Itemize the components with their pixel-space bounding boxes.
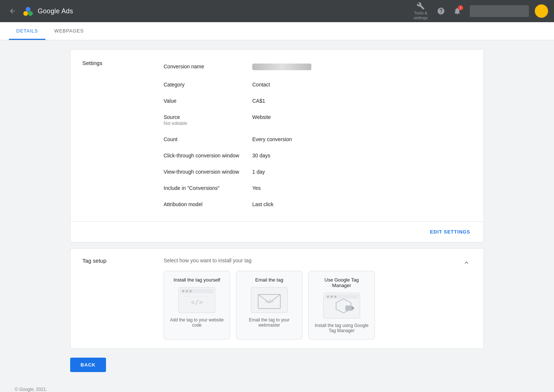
notifications-wrapper: !	[451, 4, 464, 18]
field-row-conversion-name: Conversion name	[164, 58, 472, 76]
tag-setup-header: Tag setup Select how you want to install…	[71, 249, 483, 348]
click-through-value: 30 days	[252, 153, 472, 158]
gtm-icon	[323, 293, 360, 318]
attribution-value: Last click	[252, 201, 472, 207]
notification-badge: !	[458, 5, 463, 10]
settings-card-footer: EDIT SETTINGS	[71, 221, 483, 242]
svg-rect-14	[325, 294, 358, 299]
svg-point-6	[186, 290, 188, 292]
app-logo: Google Ads	[22, 5, 73, 17]
attribution-label: Attribution model	[164, 201, 252, 207]
gtm-desc: Install the tag using Google Tag Manager	[315, 323, 369, 333]
tag-setup-content: Select how you want to install your tag …	[164, 258, 461, 340]
user-avatar[interactable]	[535, 4, 548, 18]
tag-setup-title: Tag setup	[82, 258, 164, 264]
settings-section-title: Settings	[82, 58, 164, 212]
svg-rect-4	[180, 289, 213, 293]
tag-option-email[interactable]: Email the tag </> Email the tag	[236, 271, 302, 340]
field-row-value: Value CA$1	[164, 93, 472, 109]
settings-card: Settings Conversion name Category Contac…	[70, 49, 484, 242]
svg-point-2	[26, 7, 31, 12]
tools-settings-label: Tools & settings	[414, 11, 428, 20]
field-row-view-through: View-through conversion window 1 day	[164, 164, 472, 180]
field-row-include: Include in "Conversions" Yes	[164, 180, 472, 196]
page-footer: © Google, 2021.	[0, 381, 554, 392]
conversion-name-value	[252, 64, 472, 71]
view-through-label: View-through conversion window	[164, 169, 252, 175]
app-title: Google Ads	[38, 7, 73, 15]
svg-rect-18	[345, 306, 353, 311]
svg-rect-8	[184, 296, 210, 297]
category-value: Contact	[252, 82, 472, 88]
svg-point-0	[23, 11, 28, 16]
svg-point-1	[28, 11, 33, 16]
tag-setup-title-col: Tag setup	[82, 258, 164, 264]
field-row-category: Category Contact	[164, 76, 472, 93]
settings-grid: Settings Conversion name Category Contac…	[82, 58, 472, 212]
email-tag-desc: Email the tag to your webmaster	[242, 317, 296, 328]
install-tag-desc: Add the tag to your website code	[170, 317, 224, 328]
gtm-title: Use Google Tag Manager	[315, 277, 369, 288]
include-label: Include in "Conversions"	[164, 185, 252, 191]
tag-options: Install the tag yourself </>	[164, 271, 461, 340]
tag-setup-card: Tag setup Select how you want to install…	[70, 248, 484, 349]
tools-settings-button[interactable]: Tools & settings	[410, 0, 431, 23]
tab-details[interactable]: DETAILS	[9, 22, 45, 40]
svg-text:</>: </>	[191, 298, 203, 306]
nav-back-button[interactable]	[6, 4, 19, 18]
tag-option-gtm[interactable]: Use Google Tag Manager	[308, 271, 375, 340]
value-value: CA$1	[252, 98, 472, 104]
back-button[interactable]: BACK	[70, 358, 106, 372]
svg-text:</>: </>	[265, 299, 274, 304]
conversion-name-blurred	[252, 64, 311, 70]
help-button[interactable]	[434, 4, 448, 18]
view-through-value: 1 day	[252, 169, 472, 175]
top-nav: Google Ads Tools & settings !	[0, 0, 554, 22]
svg-point-16	[331, 296, 333, 298]
source-label-group: Source Not editable	[164, 114, 252, 126]
conversion-name-label: Conversion name	[164, 64, 252, 71]
field-row-source: Source Not editable Website	[164, 109, 472, 131]
settings-card-body: Settings Conversion name Category Contac…	[71, 50, 483, 221]
settings-fields: Conversion name Category Contact Value C…	[164, 58, 472, 212]
main-content: Settings Conversion name Category Contac…	[55, 40, 499, 381]
install-tag-icon: </>	[178, 287, 215, 313]
tag-collapse-button[interactable]	[461, 258, 472, 270]
tabs-bar: DETAILS WEBPAGES	[0, 22, 554, 40]
svg-point-17	[334, 296, 336, 298]
count-value: Every conversion	[252, 136, 472, 142]
footer-text: © Google, 2021.	[15, 387, 47, 392]
value-label: Value	[164, 98, 252, 104]
edit-settings-button[interactable]: EDIT SETTINGS	[425, 226, 475, 238]
email-tag-icon: </>	[251, 287, 288, 313]
tag-option-install[interactable]: Install the tag yourself </>	[164, 271, 230, 340]
source-value: Website	[252, 114, 472, 126]
tab-webpages[interactable]: WEBPAGES	[47, 22, 91, 40]
source-label: Source	[164, 114, 252, 120]
field-row-attribution: Attribution model Last click	[164, 196, 472, 212]
source-sublabel: Not editable	[164, 121, 252, 126]
category-label: Category	[164, 82, 252, 88]
svg-point-15	[327, 296, 329, 298]
tag-setup-subtitle: Select how you want to install your tag	[164, 258, 461, 263]
svg-point-5	[182, 290, 184, 292]
svg-point-7	[189, 290, 192, 292]
install-tag-title: Install the tag yourself	[174, 277, 220, 283]
field-row-click-through: Click-through conversion window 30 days	[164, 147, 472, 164]
email-tag-title: Email the tag	[255, 277, 283, 283]
field-row-count: Count Every conversion	[164, 131, 472, 147]
nav-right-actions: Tools & settings !	[410, 0, 548, 23]
count-label: Count	[164, 136, 252, 142]
search-bar	[470, 5, 529, 17]
click-through-label: Click-through conversion window	[164, 153, 252, 158]
include-value: Yes	[252, 185, 472, 191]
